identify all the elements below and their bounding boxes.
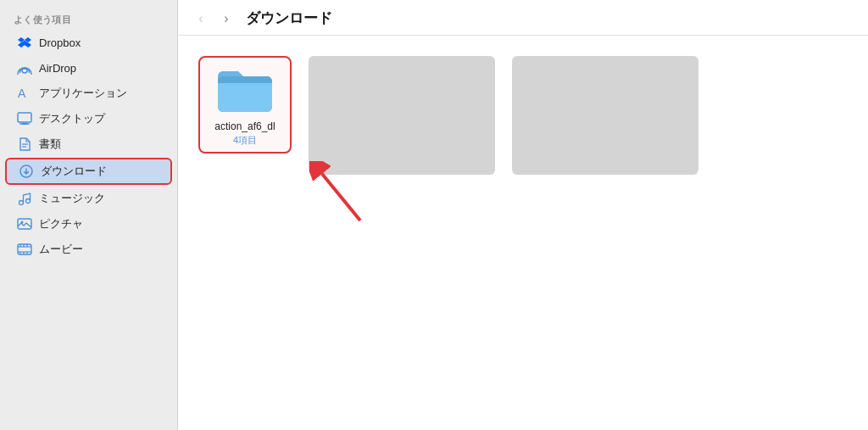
- sidebar-item-downloads[interactable]: ダウンロード: [5, 158, 172, 185]
- sidebar-item-dropbox[interactable]: Dropbox: [5, 31, 172, 54]
- sidebar-item-label-documents: 書類: [39, 137, 61, 152]
- svg-rect-2: [18, 113, 31, 122]
- svg-point-8: [19, 201, 24, 205]
- sidebar-item-applications[interactable]: A アプリケーション: [5, 81, 172, 105]
- sidebar-item-desktop[interactable]: デスクトップ: [5, 107, 172, 131]
- sidebar-item-music[interactable]: ミュージック: [5, 187, 172, 210]
- sidebar-item-documents[interactable]: 書類: [5, 132, 172, 156]
- arrow-svg: [309, 161, 377, 229]
- folder-count: 4項目: [233, 134, 257, 147]
- sidebar-item-label-downloads: ダウンロード: [41, 164, 107, 179]
- sidebar-item-label-airdrop: AirDrop: [39, 62, 76, 75]
- pictures-icon: [17, 216, 32, 232]
- folder-name: action_af6_dl: [214, 120, 275, 134]
- svg-rect-12: [18, 244, 31, 254]
- svg-point-9: [26, 199, 31, 204]
- movies-icon: [17, 242, 32, 257]
- sidebar: よく使う項目 Dropbox AirDrop A: [0, 0, 178, 430]
- desktop-icon: [17, 111, 32, 126]
- toolbar: ‹ › ダウンロード: [178, 0, 868, 36]
- back-button[interactable]: ‹: [192, 9, 210, 28]
- svg-line-22: [322, 174, 360, 221]
- sidebar-item-label-movies: ムービー: [39, 242, 83, 257]
- airdrop-icon: [17, 60, 32, 75]
- page-title: ダウンロード: [246, 8, 332, 28]
- sidebar-item-label-music: ミュージック: [39, 191, 105, 206]
- music-icon: [17, 191, 32, 206]
- sidebar-item-label-dropbox: Dropbox: [39, 36, 81, 49]
- applications-icon: A: [17, 86, 32, 101]
- documents-icon: [17, 137, 32, 152]
- sidebar-item-movies[interactable]: ムービー: [5, 237, 172, 261]
- file-grid: action_af6_dl 4項目: [178, 36, 868, 430]
- back-icon: ‹: [198, 11, 203, 26]
- sidebar-section-label: よく使う項目: [0, 14, 177, 30]
- forward-button[interactable]: ›: [217, 9, 236, 28]
- sidebar-item-label-pictures: ピクチャ: [39, 216, 83, 232]
- sidebar-item-label-desktop: デスクトップ: [39, 111, 105, 126]
- downloads-icon: [19, 164, 34, 179]
- main-content: ‹ › ダウンロード action_af6_dl 4項目: [178, 0, 868, 430]
- sidebar-item-airdrop[interactable]: AirDrop: [5, 56, 172, 80]
- svg-text:A: A: [18, 87, 26, 100]
- placeholder-tile-2: [512, 56, 698, 175]
- placeholder-tile-1: [309, 56, 495, 175]
- sidebar-item-pictures[interactable]: ピクチャ: [5, 212, 172, 236]
- dropbox-icon: [17, 35, 32, 50]
- forward-icon: ›: [224, 11, 228, 26]
- folder-icon: [214, 64, 275, 115]
- folder-item-selected[interactable]: action_af6_dl 4項目: [198, 56, 292, 154]
- sidebar-item-label-applications: アプリケーション: [39, 86, 127, 101]
